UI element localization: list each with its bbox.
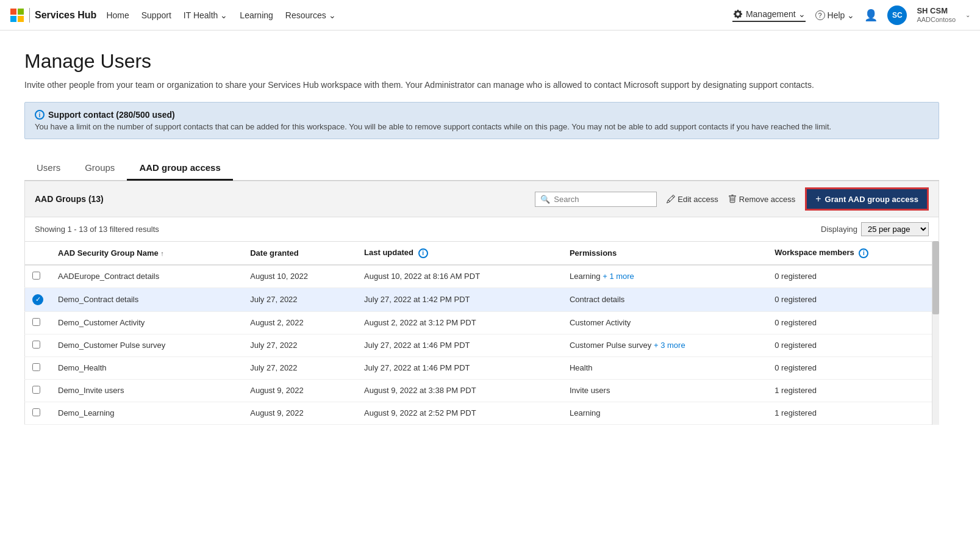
banner-title: Support contact (280/500 used) xyxy=(48,110,175,120)
chevron-down-icon: ⌄ xyxy=(847,10,854,20)
info-icon: i xyxy=(418,248,428,258)
row-workspace-members: 0 registered xyxy=(767,356,939,379)
results-bar: Showing 1 - 13 of 13 filtered results Di… xyxy=(24,217,939,241)
brand-name: Services Hub xyxy=(35,10,96,21)
permissions-more-link[interactable]: + 1 more xyxy=(601,272,634,281)
management-button[interactable]: Management ⌄ xyxy=(732,9,806,22)
table-row: Demo_Customer ActivityAugust 2, 2022Augu… xyxy=(25,311,939,334)
row-workspace-members: 0 registered xyxy=(767,265,939,288)
chevron-down-icon: ⌄ xyxy=(798,9,806,19)
row-checkbox[interactable] xyxy=(32,408,40,416)
row-workspace-members: 0 registered xyxy=(767,334,939,356)
row-checkbox[interactable] xyxy=(32,341,40,349)
row-checkbox[interactable] xyxy=(32,363,40,371)
header-divider xyxy=(29,8,30,23)
row-group-name: Demo_Learning xyxy=(51,402,243,424)
search-icon: 🔍 xyxy=(540,195,550,204)
trash-icon xyxy=(728,195,737,203)
tab-groups[interactable]: Groups xyxy=(73,156,127,181)
svg-rect-2 xyxy=(10,16,16,22)
grant-aad-group-access-button[interactable]: + Grant AAD group access xyxy=(805,187,929,211)
col-header-date-granted[interactable]: Date granted xyxy=(243,242,357,265)
row-permissions: Contract details xyxy=(562,287,767,311)
row-date-granted: July 27, 2022 xyxy=(243,356,357,379)
svg-rect-0 xyxy=(10,9,16,15)
header-right: Management ⌄ ? Help ⌄ 👤 SC SH CSM AADCon… xyxy=(732,5,970,25)
user-info[interactable]: SH CSM AADContoso xyxy=(917,6,956,24)
nav-support[interactable]: Support xyxy=(141,10,171,20)
table-row: Demo_LearningAugust 9, 2022August 9, 202… xyxy=(25,402,939,424)
info-circle-icon: i xyxy=(35,110,45,120)
col-header-name[interactable]: AAD Security Group Name ↑ xyxy=(51,242,243,265)
row-last-updated: August 2, 2022 at 3:12 PM PDT xyxy=(357,311,562,334)
scrollbar[interactable] xyxy=(932,241,939,425)
row-checkbox[interactable] xyxy=(32,272,40,280)
row-checkbox[interactable] xyxy=(32,318,40,326)
nav-resources[interactable]: Resources ⌄ xyxy=(285,10,336,20)
row-group-name: Demo_Customer Pulse survey xyxy=(51,334,243,356)
tab-aad-group-access[interactable]: AAD group access xyxy=(127,156,232,181)
row-permissions: Learning xyxy=(562,402,767,424)
permissions-more-link[interactable]: + 3 more xyxy=(651,341,685,350)
table-header-row: AAD Security Group Name ↑ Date granted L… xyxy=(25,242,939,265)
row-last-updated: August 9, 2022 at 3:38 PM PDT xyxy=(357,379,562,402)
row-checkbox-cell xyxy=(25,265,51,288)
row-checkbox-cell xyxy=(25,311,51,334)
search-input[interactable] xyxy=(554,195,651,204)
search-box[interactable]: 🔍 xyxy=(535,192,657,207)
table-title: AAD Groups (13) xyxy=(35,194,535,204)
remove-access-button[interactable]: Remove access xyxy=(728,195,795,204)
page-title: Manage Users xyxy=(24,50,939,73)
table-row: AADEurope_Contract detailsAugust 10, 202… xyxy=(25,265,939,288)
row-checkbox-cell xyxy=(25,356,51,379)
row-last-updated: August 9, 2022 at 2:52 PM PDT xyxy=(357,402,562,424)
aad-groups-table: AAD Security Group Name ↑ Date granted L… xyxy=(24,241,939,425)
user-org: AADContoso xyxy=(917,16,956,24)
scrollbar-thumb[interactable] xyxy=(932,241,939,314)
table-row: Demo_Invite usersAugust 9, 2022August 9,… xyxy=(25,379,939,402)
main-content: Manage Users Invite other people from yo… xyxy=(0,31,964,444)
col-header-last-updated[interactable]: Last updated i xyxy=(357,242,562,265)
col-header-workspace-members[interactable]: Workspace members i xyxy=(767,242,939,265)
chevron-down-icon: ⌄ xyxy=(220,10,227,20)
banner-text: You have a limit on the number of suppor… xyxy=(35,122,929,131)
row-checkbox-cell xyxy=(25,379,51,402)
row-date-granted: August 9, 2022 xyxy=(243,402,357,424)
edit-icon xyxy=(667,195,675,203)
row-workspace-members: 0 registered xyxy=(767,311,939,334)
row-last-updated: August 10, 2022 at 8:16 AM PDT xyxy=(357,265,562,288)
row-checkbox[interactable] xyxy=(32,386,40,394)
checkmark-icon[interactable]: ✓ xyxy=(32,294,43,305)
notification-icon[interactable]: 👤 xyxy=(864,9,878,22)
gear-icon xyxy=(732,9,743,20)
row-group-name: AADEurope_Contract details xyxy=(51,265,243,288)
row-last-updated: July 27, 2022 at 1:46 PM PDT xyxy=(357,334,562,356)
help-button[interactable]: ? Help ⌄ xyxy=(815,10,855,20)
help-circle-icon: ? xyxy=(815,10,825,20)
header: Services Hub Home Support IT Health ⌄ Le… xyxy=(0,0,980,31)
user-name: SH CSM xyxy=(917,6,956,16)
avatar[interactable]: SC xyxy=(887,5,907,25)
table-row: ✓Demo_Contract detailsJuly 27, 2022July … xyxy=(25,287,939,311)
row-checkbox-cell xyxy=(25,402,51,424)
edit-access-button[interactable]: Edit access xyxy=(667,195,718,204)
user-chevron-icon[interactable]: ⌄ xyxy=(965,12,970,18)
row-workspace-members: 1 registered xyxy=(767,402,939,424)
tab-users[interactable]: Users xyxy=(24,156,73,181)
per-page-select[interactable]: Displaying 25 per page 50 per page 100 p… xyxy=(821,222,929,236)
nav-learning[interactable]: Learning xyxy=(240,10,273,20)
tab-bar: Users Groups AAD group access xyxy=(24,156,939,181)
row-date-granted: July 27, 2022 xyxy=(243,287,357,311)
nav-home[interactable]: Home xyxy=(106,10,129,20)
row-last-updated: July 27, 2022 at 1:42 PM PDT xyxy=(357,287,562,311)
svg-rect-1 xyxy=(18,9,24,15)
support-contact-banner: i Support contact (280/500 used) You hav… xyxy=(24,102,939,139)
col-header-permissions[interactable]: Permissions xyxy=(562,242,767,265)
banner-title-row: i Support contact (280/500 used) xyxy=(35,110,929,120)
row-group-name: Demo_Customer Activity xyxy=(51,311,243,334)
results-count: Showing 1 - 13 of 13 filtered results xyxy=(35,225,159,234)
per-page-dropdown[interactable]: 25 per page 50 per page 100 per page xyxy=(861,222,929,236)
row-permissions: Customer Activity xyxy=(562,311,767,334)
chevron-down-icon: ⌄ xyxy=(329,10,336,20)
nav-it-health[interactable]: IT Health ⌄ xyxy=(184,10,228,20)
